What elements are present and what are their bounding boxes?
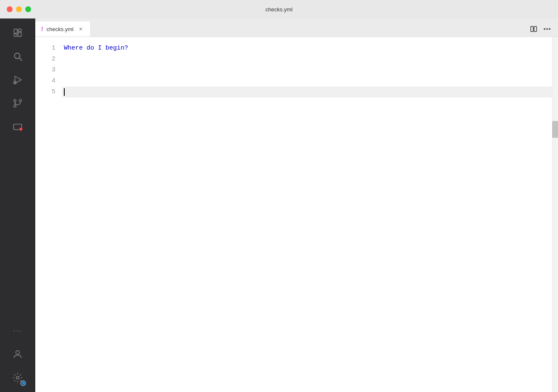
svg-point-15: [16, 350, 20, 354]
line-number-2: 2: [52, 54, 55, 65]
svg-line-19: [23, 383, 24, 384]
code-line-3: [62, 65, 552, 76]
svg-rect-0: [14, 29, 17, 33]
scrollbar-thumb[interactable]: [552, 121, 558, 138]
line-number-5: 5: [52, 87, 55, 97]
line-number-3: 3: [52, 65, 55, 76]
svg-point-22: [544, 29, 545, 29]
svg-point-24: [549, 29, 550, 29]
scrollbar-area[interactable]: [552, 37, 558, 392]
activity-bar-bottom: ···: [7, 320, 29, 392]
app-body: ···: [0, 18, 558, 392]
maximize-button[interactable]: [25, 6, 31, 12]
tab-actions: [528, 23, 558, 37]
line-numbers: 1 2 3 4 5: [35, 37, 62, 392]
editor-container[interactable]: 1 2 3 4 5 Where do I begin?: [35, 37, 558, 392]
more-actions-button[interactable]: [541, 23, 553, 35]
window-title: checks.yml: [266, 6, 292, 13]
svg-rect-2: [14, 34, 17, 36]
editor-content[interactable]: Where do I begin?: [62, 37, 552, 392]
line-number-1: 1: [52, 43, 55, 54]
svg-point-8: [14, 100, 16, 102]
explorer-icon[interactable]: [7, 22, 29, 44]
svg-point-10: [14, 105, 16, 107]
tab-bar: ! checks.yml ×: [35, 18, 558, 37]
svg-point-9: [19, 100, 21, 102]
code-line-4: [62, 76, 552, 87]
code-line-2: [62, 54, 552, 65]
tab-filename: checks.yml: [47, 26, 74, 32]
tab-dirty-icon: !: [41, 26, 43, 32]
split-editor-button[interactable]: [528, 23, 540, 35]
svg-rect-20: [531, 26, 533, 32]
content-area: ! checks.yml ×: [35, 18, 558, 392]
close-button[interactable]: [7, 6, 13, 12]
search-icon[interactable]: [7, 45, 29, 67]
title-bar: checks.yml: [0, 0, 558, 18]
more-icon[interactable]: ···: [7, 320, 29, 342]
tab-checks-yml[interactable]: ! checks.yml ×: [35, 21, 91, 37]
tab-close-button[interactable]: ×: [77, 25, 84, 33]
source-control-icon[interactable]: [7, 92, 29, 114]
account-icon[interactable]: [7, 343, 29, 365]
minimize-button[interactable]: [16, 6, 22, 12]
editor-cursor: [64, 88, 65, 96]
svg-point-16: [16, 376, 19, 379]
settings-icon[interactable]: [7, 367, 29, 389]
activity-bar-top: [7, 22, 29, 320]
activity-bar: ···: [0, 18, 35, 392]
svg-point-4: [14, 53, 20, 58]
code-text-1: Where do I begin?: [64, 43, 128, 53]
window-controls: [7, 6, 31, 12]
code-line-5: [62, 87, 552, 97]
svg-point-23: [547, 29, 547, 29]
svg-marker-6: [15, 76, 21, 83]
svg-rect-21: [534, 26, 537, 32]
settings-update-badge: [20, 380, 26, 386]
code-line-1: Where do I begin?: [62, 43, 552, 54]
run-debug-icon[interactable]: [7, 69, 29, 91]
remote-explorer-icon[interactable]: [7, 116, 29, 138]
svg-rect-3: [18, 32, 21, 37]
line-number-4: 4: [52, 76, 55, 87]
svg-line-5: [19, 58, 21, 60]
svg-rect-1: [18, 29, 21, 31]
